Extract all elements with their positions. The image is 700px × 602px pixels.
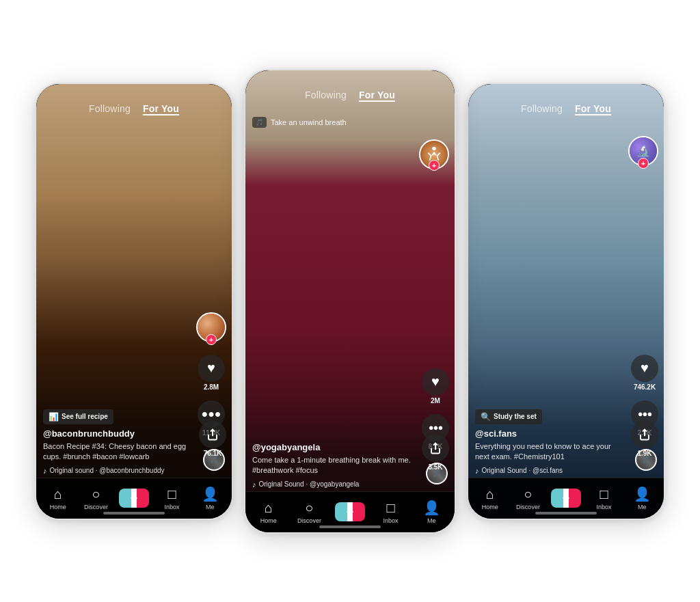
share-count-right: 1.9K: [631, 450, 658, 457]
svg-point-0: [432, 147, 435, 150]
phone-middle-content: Following For You 🎵 Take an unwind breat…: [245, 70, 455, 532]
nav-inbox-label-left: Inbox: [165, 504, 180, 510]
me-icon-right: 👤: [634, 486, 651, 502]
nav-home-mid[interactable]: ⌂ Home: [248, 500, 289, 524]
home-indicator-left: [103, 512, 165, 515]
nav-inbox-mid[interactable]: □ Inbox: [371, 500, 412, 524]
heart-icon-left[interactable]: ♥: [198, 355, 225, 382]
nav-home-right[interactable]: ⌂ Home: [471, 487, 509, 510]
nav-discover-right[interactable]: ○ Discover: [509, 487, 548, 510]
badge-text-right: Study the set: [494, 413, 537, 420]
breath-text-mid: Take an unwind breath: [271, 118, 347, 126]
inbox-icon-left: □: [168, 487, 176, 502]
nav-inbox-left[interactable]: □ Inbox: [153, 487, 191, 510]
tab-for-you-left[interactable]: For You: [143, 103, 179, 114]
add-button-left[interactable]: [119, 489, 149, 508]
follow-plus-left[interactable]: +: [206, 334, 217, 345]
recipe-badge-left[interactable]: 📊 See full recipe: [43, 409, 113, 424]
phone-left-sidebar: + ♥ 2.8M ●●● 11.0K: [196, 312, 226, 437]
nav-inbox-right[interactable]: □ Inbox: [585, 487, 623, 510]
tab-for-you-mid[interactable]: For You: [359, 90, 395, 100]
nav-me-label-right: Me: [638, 504, 647, 510]
discover-icon-left: ○: [92, 487, 100, 502]
share-button-mid[interactable]: 3.5K: [422, 435, 449, 471]
discover-icon-right: ○: [524, 487, 532, 502]
music-icon-left: ♪: [43, 467, 47, 475]
nav-add-right[interactable]: [547, 489, 585, 508]
tab-following-right[interactable]: Following: [521, 103, 563, 114]
nav-discover-label-right: Discover: [516, 504, 540, 510]
inbox-icon-right: □: [600, 487, 608, 502]
avatar-mid[interactable]: +: [419, 139, 449, 169]
phone-mid-bottom-content: @yogabyangela Come take a 1-minute breat…: [252, 442, 414, 489]
phone-left-content: Following For You + ♥ 2.8M: [36, 84, 232, 519]
nav-me-right[interactable]: 👤 Me: [623, 486, 661, 510]
phone-left-top-nav: Following For You: [36, 92, 232, 120]
heart-icon-right[interactable]: ♥: [631, 355, 658, 382]
phone-middle-top-nav: Following For You: [245, 79, 455, 106]
nav-me-label-left: Me: [206, 504, 215, 510]
share-icon-right[interactable]: [631, 421, 658, 448]
description-mid: Come take a 1-minute breathing break wit…: [252, 455, 414, 476]
nav-discover-left[interactable]: ○ Discover: [77, 487, 116, 510]
nav-add-mid[interactable]: [329, 502, 371, 521]
phone-left: Following For You + ♥ 2.8M: [35, 83, 233, 520]
sound-text-mid: Original Sound · @yogabyangela: [259, 480, 360, 488]
breath-icon-mid: 🎵: [252, 117, 267, 128]
share-button-right[interactable]: 1.9K: [631, 421, 658, 457]
add-button-right[interactable]: [551, 489, 581, 508]
share-icon-left[interactable]: [199, 421, 226, 448]
phone-right-top-nav: Following For You: [468, 92, 664, 120]
home-icon-left: ⌂: [54, 487, 62, 502]
username-right[interactable]: @sci.fans: [475, 428, 623, 439]
share-count-mid: 3.5K: [422, 463, 449, 471]
nav-discover-label-left: Discover: [84, 504, 108, 510]
nav-me-left[interactable]: 👤 Me: [191, 486, 229, 510]
like-button-mid[interactable]: ♥ 2M: [422, 368, 449, 405]
nav-add-left[interactable]: [115, 489, 153, 508]
me-icon-left: 👤: [202, 486, 219, 502]
follow-plus-mid[interactable]: +: [429, 160, 440, 171]
nav-home-left[interactable]: ⌂ Home: [39, 487, 77, 510]
phone-right-screen: Following For You 🔬 + ♥: [468, 84, 664, 519]
home-icon-right: ⌂: [486, 487, 494, 502]
share-button-left[interactable]: 76.1K: [199, 421, 226, 457]
description-left: Bacon Recipe #34: Cheesy bacon and egg c…: [43, 441, 191, 463]
sound-text-right: Original Sound · @sci.fans: [482, 467, 563, 474]
tab-for-you-right[interactable]: For You: [575, 103, 611, 114]
nav-me-mid[interactable]: 👤 Me: [411, 500, 452, 524]
phone-left-bottom-content: 📊 See full recipe @baconbrunchbuddy Baco…: [43, 409, 191, 475]
share-icon-mid[interactable]: [422, 435, 449, 462]
username-left[interactable]: @baconbrunchbuddy: [43, 428, 191, 439]
nav-home-label-mid: Home: [260, 517, 277, 524]
study-badge-right[interactable]: 🔍 Study the set: [475, 409, 542, 424]
username-mid[interactable]: @yogabyangela: [252, 442, 414, 452]
home-indicator-mid: [319, 525, 381, 528]
badge-icon-right: 🔍: [481, 412, 491, 422]
phone-right-content: Following For You 🔬 + ♥: [468, 84, 664, 519]
tab-following-left[interactable]: Following: [89, 103, 131, 114]
music-icon-mid: ♪: [252, 480, 256, 489]
nav-inbox-label-mid: Inbox: [383, 517, 399, 524]
nav-discover-label-mid: Discover: [297, 517, 321, 524]
badge-icon-left: 📊: [49, 412, 59, 422]
breath-indicator-mid: 🎵 Take an unwind breath: [252, 117, 448, 128]
phone-right-bottom-content: 🔍 Study the set @sci.fans Everything you…: [475, 409, 623, 475]
me-icon-mid: 👤: [423, 500, 440, 516]
nav-inbox-label-right: Inbox: [597, 504, 612, 510]
nav-me-label-mid: Me: [427, 517, 436, 524]
add-button-mid[interactable]: [335, 502, 365, 521]
follow-plus-right[interactable]: +: [638, 158, 649, 169]
like-button-left[interactable]: ♥ 2.8M: [198, 355, 225, 391]
sound-row-mid: ♪ Original Sound · @yogabyangela: [252, 480, 414, 489]
tab-following-mid[interactable]: Following: [305, 90, 347, 100]
heart-icon-mid[interactable]: ♥: [422, 368, 449, 396]
phone-right: Following For You 🔬 + ♥: [467, 83, 665, 520]
nav-discover-mid[interactable]: ○ Discover: [289, 500, 330, 524]
discover-icon-mid: ○: [305, 500, 313, 516]
phone-left-screen: Following For You + ♥ 2.8M: [36, 84, 232, 519]
phones-container: Following For You + ♥ 2.8M: [0, 0, 700, 602]
like-button-right[interactable]: ♥ 746.2K: [631, 355, 658, 391]
like-count-left: 2.8M: [204, 383, 219, 391]
phone-middle-screen: Following For You 🎵 Take an unwind breat…: [245, 70, 455, 532]
